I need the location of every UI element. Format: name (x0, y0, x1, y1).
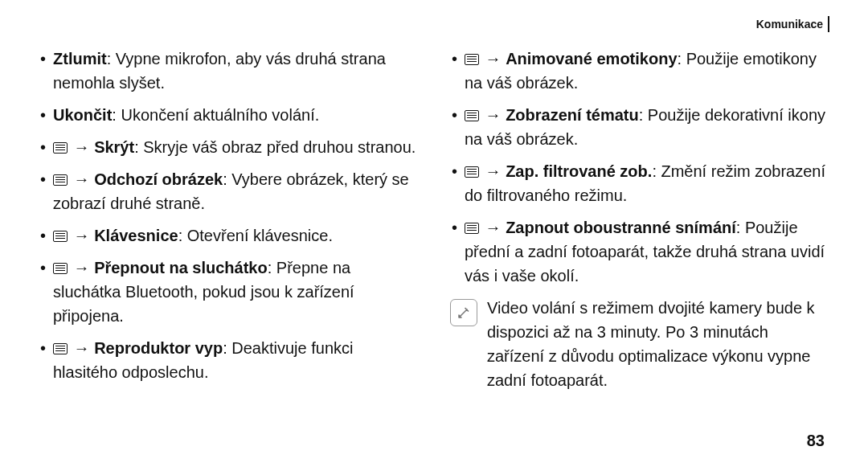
list-item: Ztlumit: Vypne mikrofon, aby vás druhá s… (39, 47, 418, 95)
list-item: → Skrýt: Skryje váš obraz před druhou st… (39, 135, 418, 159)
item-bold: Zobrazení tématu (506, 106, 639, 124)
arrow-icon: → (485, 50, 502, 68)
arrow-icon: → (74, 259, 90, 276)
arrow-icon: → (485, 162, 502, 180)
right-column: → Animované emotikony: Použije emotikony… (450, 47, 829, 392)
arrow-icon: → (74, 227, 90, 244)
arrow-icon: → (74, 170, 90, 188)
list-item: → Přepnout na sluchátko: Přepne na sluch… (39, 256, 418, 328)
note-block: Video volání s režimem dvojité kamery bu… (450, 296, 829, 392)
menu-icon (53, 343, 68, 354)
item-bold: Ztlumit (53, 50, 107, 68)
menu-icon (465, 223, 479, 234)
menu-icon (53, 231, 68, 242)
arrow-icon: → (485, 219, 502, 236)
right-list: → Animované emotikony: Použije emotikony… (450, 47, 829, 288)
menu-icon (465, 166, 479, 178)
note-icon (450, 299, 477, 326)
list-item: → Zobrazení tématu: Použije dekorativní … (450, 103, 829, 151)
content-columns: Ztlumit: Vypne mikrofon, aby vás druhá s… (39, 47, 829, 392)
item-bold: Zap. filtrované zob. (506, 162, 652, 180)
note-text: Video volání s režimem dvojité kamery bu… (487, 296, 829, 392)
arrow-icon: → (485, 106, 502, 124)
item-bold: Přepnout na sluchátko (94, 259, 268, 276)
item-bold: Ukončit (53, 106, 112, 124)
item-bold: Zapnout oboustranné snímání (506, 219, 736, 236)
list-item: → Animované emotikony: Použije emotikony… (450, 47, 829, 95)
list-item: → Klávesnice: Otevření klávesnice. (39, 223, 418, 248)
left-column: Ztlumit: Vypne mikrofon, aby vás druhá s… (39, 47, 418, 392)
item-bold: Animované emotikony (506, 50, 677, 68)
item-bold: Reproduktor vyp (94, 339, 223, 357)
item-rest: : Ukončení aktuálního volání. (112, 106, 319, 124)
section-title: Komunikace (756, 18, 823, 31)
manual-page: Komunikace Ztlumit: Vypne mikrofon, aby … (0, 0, 868, 471)
list-item: → Odchozí obrázek: Vybere obrázek, který… (39, 167, 418, 215)
menu-icon (53, 142, 68, 154)
arrow-icon: → (74, 138, 90, 156)
header-divider (828, 16, 829, 32)
list-item: → Zap. filtrované zob.: Změní režim zobr… (450, 159, 829, 207)
item-rest: : Skryje váš obraz před druhou stranou. (134, 138, 416, 156)
item-bold: Odchozí obrázek (94, 170, 223, 188)
item-rest: : Otevření klávesnice. (178, 227, 333, 244)
menu-icon (53, 263, 68, 274)
page-number: 83 (807, 432, 825, 450)
menu-icon (465, 54, 479, 65)
menu-icon (53, 174, 68, 186)
menu-icon (465, 110, 479, 121)
item-bold: Skrýt (94, 138, 134, 156)
left-list: Ztlumit: Vypne mikrofon, aby vás druhá s… (39, 47, 418, 384)
item-bold: Klávesnice (94, 227, 178, 244)
list-item: Ukončit: Ukončení aktuálního volání. (39, 103, 418, 127)
arrow-icon: → (74, 339, 90, 357)
list-item: → Zapnout oboustranné snímání: Použije p… (450, 215, 829, 288)
list-item: → Reproduktor vyp: Deaktivuje funkci hla… (39, 336, 418, 384)
